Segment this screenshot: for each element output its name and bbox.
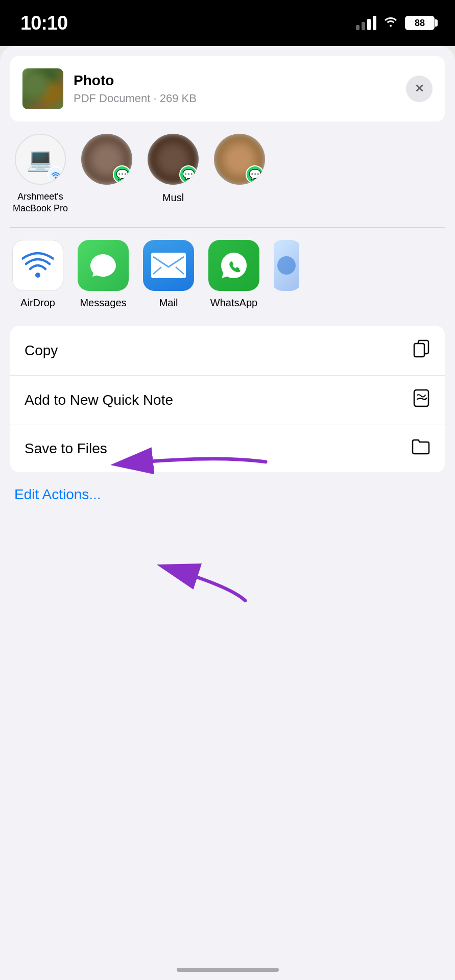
messages-app-icon bbox=[78, 240, 129, 291]
copy-label: Copy bbox=[25, 342, 58, 359]
contact-2-name: Musl bbox=[162, 191, 184, 204]
contact-2-avatar: 💬 bbox=[148, 134, 199, 185]
whatsapp-badge-1: 💬 bbox=[113, 165, 131, 184]
quick-note-icon bbox=[412, 389, 430, 411]
save-to-files-action[interactable]: Save to Files bbox=[10, 425, 445, 472]
file-meta: PDF Document · 269 KB bbox=[74, 92, 396, 105]
contact-3[interactable]: 💬 bbox=[211, 134, 268, 215]
home-indicator bbox=[177, 968, 279, 972]
edit-actions-button[interactable]: Edit Actions... bbox=[14, 486, 101, 502]
contact-macbook[interactable]: 💻 Arshmeet'sMacBook Pro bbox=[12, 134, 68, 215]
contact-1[interactable]: 💬 bbox=[79, 134, 135, 215]
folder-icon bbox=[411, 438, 430, 459]
quick-note-action[interactable]: Add to New Quick Note bbox=[10, 375, 445, 425]
svg-rect-2 bbox=[151, 253, 186, 278]
app-messages[interactable]: Messages bbox=[78, 240, 129, 309]
copy-action[interactable]: Copy bbox=[10, 326, 445, 375]
mail-app-label: Mail bbox=[159, 297, 178, 309]
airdrop-app-label: AirDrop bbox=[20, 297, 55, 309]
mail-app-icon bbox=[143, 240, 194, 291]
svg-rect-7 bbox=[414, 344, 424, 357]
contact-2[interactable]: 💬 Musl bbox=[145, 134, 201, 215]
copy-icon bbox=[412, 339, 430, 362]
app-partial[interactable] bbox=[274, 240, 299, 309]
app-mail[interactable]: Mail bbox=[143, 240, 194, 309]
mail-envelope-icon bbox=[151, 253, 186, 278]
save-to-files-label: Save to Files bbox=[25, 440, 107, 457]
contact-macbook-avatar: 💻 bbox=[15, 134, 66, 185]
share-sheet: Photo PDF Document · 269 KB ✕ 💻 Arshmeet… bbox=[0, 46, 455, 980]
status-bar: 10:10 88 bbox=[0, 0, 455, 46]
airdrop-app-icon bbox=[12, 240, 63, 291]
app-airdrop[interactable]: AirDrop bbox=[12, 240, 63, 309]
contact-macbook-name: Arshmeet'sMacBook Pro bbox=[13, 191, 68, 215]
contact-1-avatar: 💬 bbox=[81, 134, 132, 185]
airdrop-badge bbox=[47, 166, 64, 183]
svg-point-0 bbox=[55, 177, 57, 179]
contacts-row: 💻 Arshmeet'sMacBook Pro 💬 bbox=[0, 121, 455, 227]
messages-app-label: Messages bbox=[80, 297, 126, 309]
whatsapp-app-icon bbox=[208, 240, 259, 291]
whatsapp-badge-3: 💬 bbox=[246, 165, 264, 184]
svg-point-1 bbox=[35, 273, 40, 278]
signal-icon bbox=[356, 16, 376, 30]
file-header-card: Photo PDF Document · 269 KB ✕ bbox=[10, 56, 445, 121]
action-list: Copy Add to New Quick Note Save to Fi bbox=[10, 326, 445, 472]
wifi-icon bbox=[382, 15, 399, 31]
close-icon: ✕ bbox=[415, 82, 424, 95]
whatsapp-badge-2: 💬 bbox=[179, 165, 198, 184]
apps-section: AirDrop Messages bbox=[0, 228, 455, 321]
status-time: 10:10 bbox=[20, 12, 67, 34]
quick-note-label: Add to New Quick Note bbox=[25, 392, 173, 408]
battery-icon: 88 bbox=[405, 16, 435, 30]
app-whatsapp[interactable]: WhatsApp bbox=[208, 240, 259, 309]
svg-point-5 bbox=[277, 256, 296, 275]
apps-row: AirDrop Messages bbox=[12, 240, 443, 309]
file-thumbnail bbox=[22, 68, 63, 109]
file-info: Photo PDF Document · 269 KB bbox=[74, 72, 396, 105]
edit-actions-section: Edit Actions... bbox=[0, 472, 455, 503]
whatsapp-app-label: WhatsApp bbox=[210, 297, 257, 309]
close-button[interactable]: ✕ bbox=[406, 76, 433, 102]
contact-3-avatar: 💬 bbox=[214, 134, 265, 185]
status-icons: 88 bbox=[356, 15, 435, 31]
file-title: Photo bbox=[74, 72, 396, 89]
